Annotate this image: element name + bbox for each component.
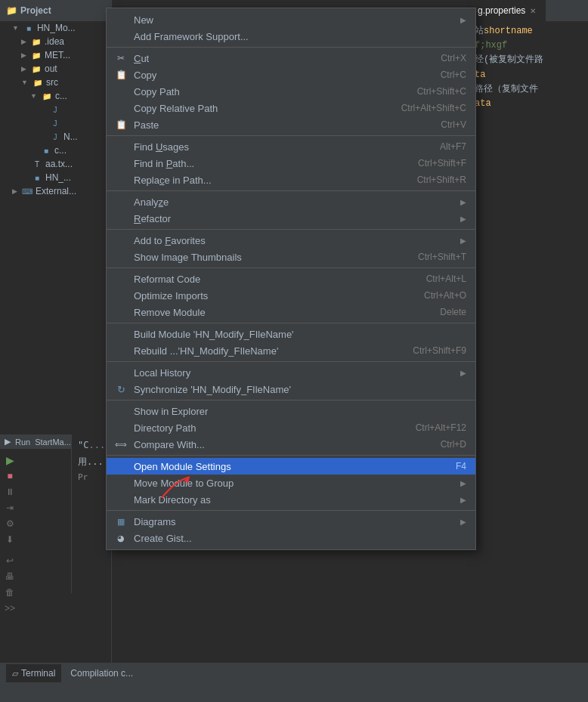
export-button[interactable]: ⬇ (3, 533, 17, 546)
menu-item-optimize-imports[interactable]: Optimize Imports Ctrl+Alt+O (107, 287, 475, 304)
shortcut-label: Ctrl+Alt+F12 (401, 422, 466, 433)
tree-item-c2[interactable]: ■ c... (0, 144, 111, 157)
menu-label: Remove Module (134, 307, 206, 318)
menu-item-show-thumbnails[interactable]: Show Image Thumbnails Ctrl+Shift+T (107, 249, 475, 265)
expand-arrow: ▶ (21, 51, 26, 59)
menu-item-local-history[interactable]: Local History ▶ (107, 364, 475, 381)
menu-item-diagrams[interactable]: ▦ Diagrams ▶ (107, 513, 475, 530)
java-file-icon: J (50, 131, 60, 142)
shortcut-label: Ctrl+Shift+R (402, 175, 466, 185)
compilation-tab[interactable]: Compilation c... (64, 666, 139, 680)
submenu-arrow: ▶ (460, 479, 466, 487)
tree-item-met[interactable]: ▶ 📁 MET... (0, 48, 111, 62)
tree-label: External... (36, 186, 76, 196)
menu-label: Replace in Path... (134, 175, 212, 186)
paste-icon: 📋 (114, 118, 128, 131)
menu-item-reformat[interactable]: Reformat Code Ctrl+Alt+L (107, 271, 475, 287)
menu-item-paste[interactable]: 📋 Paste Ctrl+V (107, 116, 475, 133)
tree-label: c... (54, 145, 67, 156)
menu-item-new[interactable]: New ▶ (107, 11, 475, 28)
back-button[interactable]: ↩ (3, 554, 17, 567)
shortcut-label: Ctrl+X (426, 53, 466, 63)
delete-button[interactable]: 🗑 (3, 586, 17, 599)
tree-item-idea[interactable]: ▶ 📁 .idea (0, 35, 111, 48)
shortcut-label: F4 (441, 461, 466, 472)
menu-item-find-in-path[interactable]: Find in Path... Ctrl+Shift+F (107, 155, 475, 172)
menu-item-find-usages[interactable]: Find Usages Alt+F7 (107, 138, 475, 155)
tree-item-file2[interactable]: J (0, 116, 111, 130)
tree-label: HN_Mo... (37, 23, 76, 33)
tree-item-file1[interactable]: J (0, 103, 111, 116)
menu-item-show-explorer[interactable]: Show in Explorer (107, 403, 475, 419)
tree-label: N... (63, 131, 78, 142)
shortcut-label: Ctrl+Shift+T (403, 252, 466, 262)
menu-item-replace-in-path[interactable]: Replace in Path... Ctrl+Shift+R (107, 172, 475, 188)
expand-arrow: ▼ (30, 92, 37, 100)
tree-item-external[interactable]: ▶ ⌨ External... (0, 184, 111, 198)
tab-close-button[interactable]: ✕ (530, 7, 536, 15)
shortcut-label: Ctrl+V (426, 119, 466, 130)
tree-item-c1[interactable]: ▼ 📁 c... (0, 89, 111, 103)
run-name-label: StartMa... (35, 438, 71, 447)
menu-item-add-framework[interactable]: Add Framework Support... (107, 28, 475, 45)
expand-arrow: ▼ (12, 24, 19, 32)
folder-icon: 📁 (42, 91, 52, 101)
project-folder-icon: 📁 (6, 5, 17, 16)
shortcut-label: Ctrl+Shift+C (402, 86, 466, 97)
menu-label: Local History (134, 367, 190, 379)
tree-item-aatxt[interactable]: T aa.tx... (0, 157, 111, 171)
menu-label: Open Module Settings (134, 461, 231, 472)
submenu-arrow: ▶ (460, 518, 466, 526)
tree-label: src (46, 77, 58, 88)
shortcut-label: Ctrl+Alt+O (409, 290, 466, 301)
menu-item-cut[interactable]: ✂ Cut Ctrl+X (107, 50, 475, 66)
context-menu: New ▶ Add Framework Support... ✂ Cut Ctr… (106, 8, 476, 550)
menu-item-copy-relative[interactable]: Copy Relative Path Ctrl+Alt+Shift+C (107, 100, 475, 116)
folder-icon: 📁 (31, 50, 42, 60)
project-title: 📁 Project (0, 0, 111, 21)
tab-properties[interactable]: g.properties ✕ (469, 0, 546, 21)
terminal-tab[interactable]: ▱ Terminal (6, 664, 61, 682)
tree-item-out[interactable]: ▶ 📁 out (0, 62, 111, 76)
menu-label: Analyze (134, 196, 169, 208)
step-button[interactable]: ⇥ (3, 501, 17, 515)
play-button[interactable]: ▶ (3, 453, 17, 467)
menu-item-remove-module[interactable]: Remove Module Delete (107, 304, 475, 320)
tree-item-file3[interactable]: J N... (0, 130, 111, 144)
code-line-2: f;hxgf (475, 39, 582, 53)
tree-label: aa.tx... (45, 159, 73, 169)
menu-label: Show in Explorer (134, 406, 208, 417)
shortcut-label: Ctrl+Shift+F9 (398, 345, 466, 356)
print-button[interactable]: 🖶 (3, 570, 17, 583)
submenu-arrow: ▶ (460, 16, 466, 24)
tab-label: g.properties (478, 5, 525, 16)
expand-arrow: ▶ (21, 38, 26, 45)
submenu-arrow: ▶ (460, 198, 466, 206)
submenu-arrow: ▶ (460, 496, 466, 504)
menu-item-copy-path[interactable]: Copy Path Ctrl+Shift+C (107, 83, 475, 100)
menu-item-analyze[interactable]: Analyze ▶ (107, 193, 475, 210)
menu-item-add-favorites[interactable]: Add to Favorites ▶ (107, 232, 475, 249)
pause-button[interactable]: ⏸ (3, 485, 17, 499)
menu-label: Copy Relative Path (134, 103, 218, 114)
menu-item-synchronize[interactable]: ↻ Synchronize 'HN_Modify_FIleName' (107, 381, 475, 397)
separator (107, 190, 475, 191)
menu-item-compare-with[interactable]: ⟺ Compare With... Ctrl+D (107, 436, 475, 453)
text-file-icon: T (32, 159, 42, 169)
tree-item-src[interactable]: ▼ 📁 src (0, 76, 111, 89)
menu-item-refactor[interactable]: Refactor ▶ (107, 210, 475, 227)
more-button[interactable]: >> (3, 601, 17, 615)
separator (107, 361, 475, 362)
settings-button[interactable]: ⚙ (3, 517, 17, 530)
tree-item-hn[interactable]: ■ HN_... (0, 171, 111, 184)
separator (107, 47, 475, 48)
menu-item-create-gist[interactable]: ◕ Create Gist... (107, 530, 475, 546)
menu-item-build-module[interactable]: Build Module 'HN_Modify_FIleName' (107, 326, 475, 342)
code-line-4: ta (475, 68, 582, 82)
menu-item-copy[interactable]: 📋 Copy Ctrl+C (107, 66, 475, 83)
menu-item-rebuild-module[interactable]: Rebuild ...'HN_Modify_FIleName' Ctrl+Shi… (107, 342, 475, 359)
menu-item-directory-path[interactable]: Directory Path Ctrl+Alt+F12 (107, 419, 475, 436)
stop-button[interactable]: ■ (3, 469, 17, 483)
menu-item-open-module-settings[interactable]: Open Module Settings F4 (107, 458, 475, 475)
tree-item-hn-module[interactable]: ▼ ■ HN_Mo... (0, 21, 111, 35)
